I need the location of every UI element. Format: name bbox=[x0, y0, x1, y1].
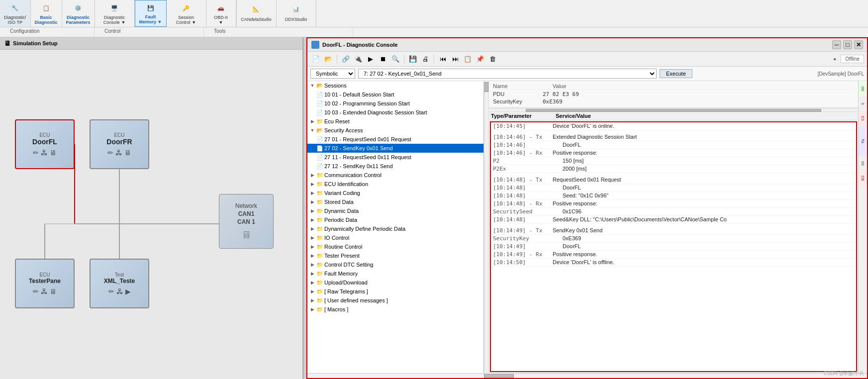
tree-raw-telegrams[interactable]: ▶ 📁 [ Raw Telegrams ] bbox=[307, 287, 483, 296]
console-title-icon bbox=[311, 41, 319, 49]
tree-routine-control[interactable]: ▶ 📁 Routine Control bbox=[307, 242, 483, 251]
tree-send-key-12[interactable]: 📄 27 12 - SendKey 0x11 Send bbox=[307, 162, 483, 171]
ecu-doorfr-config-icon[interactable]: 🖧 bbox=[115, 149, 122, 157]
main-area: 🖥 Simulation Setup ECU Doo bbox=[0, 37, 868, 379]
ecu-xmlteste-play-icon[interactable]: ▶ bbox=[125, 287, 131, 295]
tree-comm-control[interactable]: ▶ 📁 Communication Control bbox=[307, 171, 483, 180]
menu-fault-memory[interactable]: 💾 Fault Memory ▼ bbox=[135, 0, 167, 27]
tree-default-session[interactable]: 📄 10 01 - Default Session Start bbox=[307, 90, 483, 99]
stored-data-label: Stored Data bbox=[324, 199, 354, 205]
ecu-testerpane[interactable]: ECU TesterPane ✏ 🖧 🖥 bbox=[15, 259, 75, 308]
tree-ecu-reset[interactable]: ▶ 📁 Ecu Reset bbox=[307, 117, 483, 126]
tree-req-seed-11[interactable]: 📄 27 11 - RequestSeed 0x11 Request bbox=[307, 153, 483, 162]
tree-control-dtc[interactable]: ▶ 📁 Control DTC Setting bbox=[307, 260, 483, 269]
tree-upload-download[interactable]: ▶ 📁 Upload/Download bbox=[307, 278, 483, 287]
diagnostic-console-icon: 🖥️ bbox=[111, 2, 118, 14]
menu-diagnostic-iso[interactable]: 🔧 Diagnostic/ ISO TP bbox=[0, 0, 31, 27]
toolbar-disconnect-btn[interactable]: 🔌 bbox=[353, 54, 364, 65]
ecu-doorfr[interactable]: ECU DoorFR ✏ 🖧 🖥 bbox=[90, 119, 149, 169]
log-scroll-area[interactable]: [10:14:45] Device 'DoorFL' is online. [1… bbox=[490, 121, 857, 372]
tree-send-key-02[interactable]: 📄 27 02 - SendKey 0x01 Send bbox=[307, 144, 483, 153]
ecu-doorfr-edit-icon[interactable]: ✏ bbox=[107, 149, 113, 157]
ecu-doorfr-monitor-icon[interactable]: 🖥 bbox=[124, 149, 131, 157]
toolbar-print-btn[interactable]: 🖨 bbox=[420, 54, 431, 65]
tree-stored-data[interactable]: ▶ 📁 Stored Data bbox=[307, 197, 483, 206]
tree-ecu-ident[interactable]: ▶ 📁 ECU Identification bbox=[307, 180, 483, 189]
ecu-testerpane-edit-icon[interactable]: ✏ bbox=[33, 287, 39, 295]
tree-ext-session[interactable]: 📄 10 03 - Extended Diagnostic Session St… bbox=[307, 108, 483, 117]
toolbar-copy-btn[interactable]: 📋 bbox=[462, 54, 473, 65]
console-hscrollbar[interactable] bbox=[307, 373, 867, 378]
log-msg-p2ex: 2000 [ms] bbox=[553, 166, 854, 172]
toolbar-connect-btn[interactable]: 🔗 bbox=[340, 54, 351, 65]
menu-diagnostic-params[interactable]: ⚙️ Diagnostic Parameters bbox=[62, 0, 95, 27]
menu-session-control[interactable]: 🔑 Session Control ▼ bbox=[167, 0, 206, 27]
tree-dyn-periodic[interactable]: ▶ 📁 Dynamically Define Periodic Data bbox=[307, 224, 483, 233]
ecu-doorfl-monitor-icon[interactable]: 🖥 bbox=[50, 149, 57, 157]
maximize-button[interactable]: □ bbox=[843, 40, 852, 49]
tree-scrollbar[interactable] bbox=[484, 81, 489, 373]
symbolic-dropdown[interactable]: Symbolic Raw bbox=[310, 69, 355, 79]
ecu-doorfl-edit-icon[interactable]: ✏ bbox=[33, 149, 39, 157]
panel-content: ECU DoorFL ✏ 🖧 🖥 ECU DoorFR ✏ 🖧 🖥 bbox=[0, 50, 302, 379]
toolbar-step-fwd-btn[interactable]: ⏭ bbox=[450, 54, 461, 65]
toolbar-save-btn[interactable]: 💾 bbox=[407, 54, 418, 65]
toolbar-clear-btn[interactable]: 🗑 bbox=[487, 54, 498, 65]
tree-prog-session[interactable]: 📄 10 02 - Programming Session Start bbox=[307, 99, 483, 108]
comm-control-expand: ▶ bbox=[309, 172, 315, 178]
toolbar-step-back-btn[interactable]: ⏮ bbox=[437, 54, 448, 65]
control-dtc-icon: 📁 bbox=[316, 261, 323, 268]
toolbar-paste-btn[interactable]: 📌 bbox=[475, 54, 485, 65]
tree-io-control[interactable]: ▶ 📁 IO Control bbox=[307, 233, 483, 242]
toolbar-new-btn[interactable]: 📄 bbox=[310, 54, 321, 65]
ecu-doorfl-config-icon[interactable]: 🖧 bbox=[41, 149, 48, 157]
upload-download-expand: ▶ bbox=[309, 280, 315, 285]
ecu-ident-expand: ▶ bbox=[309, 181, 315, 187]
log-msg-offline: Device 'DoorFL' is offline. bbox=[553, 259, 854, 266]
ecu-xmlteste-edit-icon[interactable]: ✏ bbox=[108, 287, 114, 295]
tree-variant-coding[interactable]: ▶ 📁 Variant Coding bbox=[307, 189, 483, 197]
ecu-testerpane-config-icon[interactable]: 🖧 bbox=[41, 287, 48, 295]
tree-sessions[interactable]: ▼ 📂 Sessions bbox=[307, 81, 483, 90]
network-icon: 🖥 bbox=[241, 229, 251, 241]
menu-basic-diagnostic[interactable]: 📋 Basic Diagnostic bbox=[31, 0, 62, 27]
tester-present-icon: 📁 bbox=[316, 252, 323, 259]
props-scrollbar[interactable] bbox=[489, 108, 858, 112]
tree-periodic-data[interactable]: ▶ 📁 Periodic Data bbox=[307, 215, 483, 224]
periodic-data-label: Periodic Data bbox=[324, 217, 357, 223]
tree-req-seed-01[interactable]: 📄 27 01 - RequestSeed 0x01 Request bbox=[307, 135, 483, 144]
ecu-doorfr-type: ECU bbox=[114, 132, 124, 138]
tree-fault-memory[interactable]: ▶ 📁 Fault Memory bbox=[307, 269, 483, 278]
toolbar-play-btn[interactable]: ▶ bbox=[365, 54, 376, 65]
close-button[interactable]: ✕ bbox=[854, 40, 863, 49]
tree-user-defined[interactable]: ▶ 📁 [ User defined messages ] bbox=[307, 296, 483, 305]
menu-obd2[interactable]: 🚗 OBD-II ▼ bbox=[206, 0, 236, 27]
toolbar-open-btn[interactable]: 📂 bbox=[323, 54, 334, 65]
tree-macros[interactable]: ▶ 📁 [ Macros ] bbox=[307, 305, 483, 314]
toolbar-search-btn[interactable]: 🔍 bbox=[390, 54, 401, 65]
props-seckey-name: SecurityKey bbox=[493, 98, 533, 105]
network-can1[interactable]: Network CAN1 CAN 1 🖥 bbox=[219, 194, 274, 249]
obd2-icon: 🚗 bbox=[217, 2, 224, 14]
minimize-button[interactable]: ─ bbox=[832, 40, 841, 49]
ecu-xmlteste-config-icon[interactable]: 🖧 bbox=[116, 287, 123, 295]
log-entry-seckey-val: SecurityKey 0xE369 bbox=[491, 235, 856, 243]
tree-security-access[interactable]: ▼ 📂 Security Access bbox=[307, 126, 483, 135]
ecu-doorfr-icons: ✏ 🖧 🖥 bbox=[107, 149, 131, 157]
menu-diagnostic-console[interactable]: 🖥️ Diagnostic Console ▼ bbox=[95, 0, 135, 27]
toolbar-sep2 bbox=[404, 55, 404, 64]
routine-control-icon: 📁 bbox=[316, 243, 323, 250]
ecu-xmlteste[interactable]: Test XML_Teste ✏ 🖧 ▶ bbox=[90, 259, 149, 308]
menu-odx[interactable]: 📊 ODXStudio bbox=[277, 0, 316, 27]
tree-dynamic-data[interactable]: ▶ 📁 Dynamic Data bbox=[307, 206, 483, 215]
menu-candela[interactable]: 📐 CANdelaStudio bbox=[237, 0, 277, 27]
ecu-xmlteste-name: XML_Teste bbox=[104, 278, 135, 284]
ecu-doorfl[interactable]: ECU DoorFL ✏ 🖧 🖥 bbox=[15, 119, 75, 169]
toolbar-stop-btn[interactable]: ⏹ bbox=[378, 54, 388, 65]
tree-tester-present[interactable]: ▶ 📁 Tester Present bbox=[307, 251, 483, 260]
routine-control-label: Routine Control bbox=[324, 244, 362, 250]
command-select[interactable]: 7: 27 02 - KeyLevel_0x01_Send bbox=[358, 69, 657, 79]
ecu-testerpane-name: TesterPane bbox=[29, 278, 61, 284]
execute-button[interactable]: Execute bbox=[660, 69, 692, 78]
ecu-testerpane-monitor-icon[interactable]: 🖥 bbox=[50, 287, 57, 295]
